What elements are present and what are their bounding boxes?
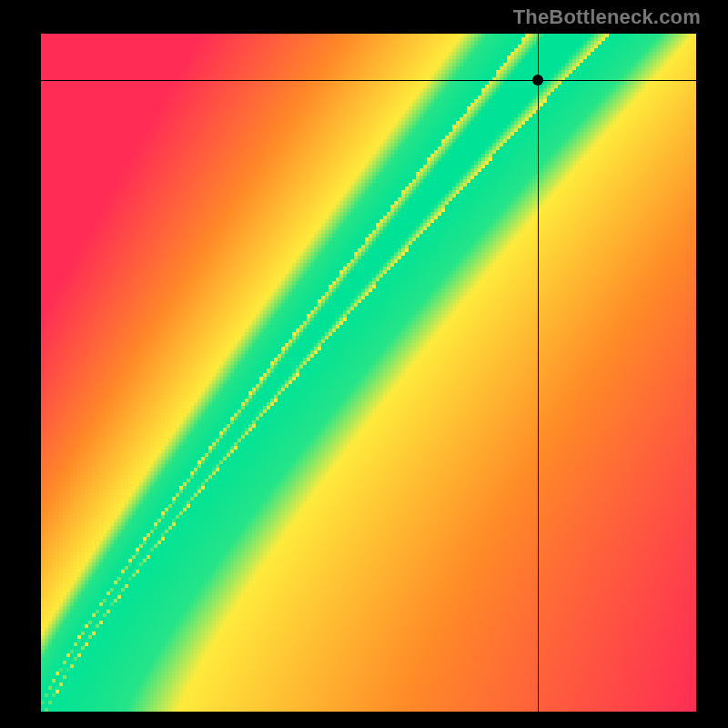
marker-point — [532, 75, 543, 86]
heatmap-canvas — [41, 34, 696, 712]
plot-area — [41, 34, 696, 712]
crosshair-horizontal — [41, 80, 696, 81]
watermark-text: TheBottleneck.com — [513, 5, 701, 29]
crosshair-vertical — [538, 34, 539, 712]
chart-frame: TheBottleneck.com — [0, 0, 728, 728]
